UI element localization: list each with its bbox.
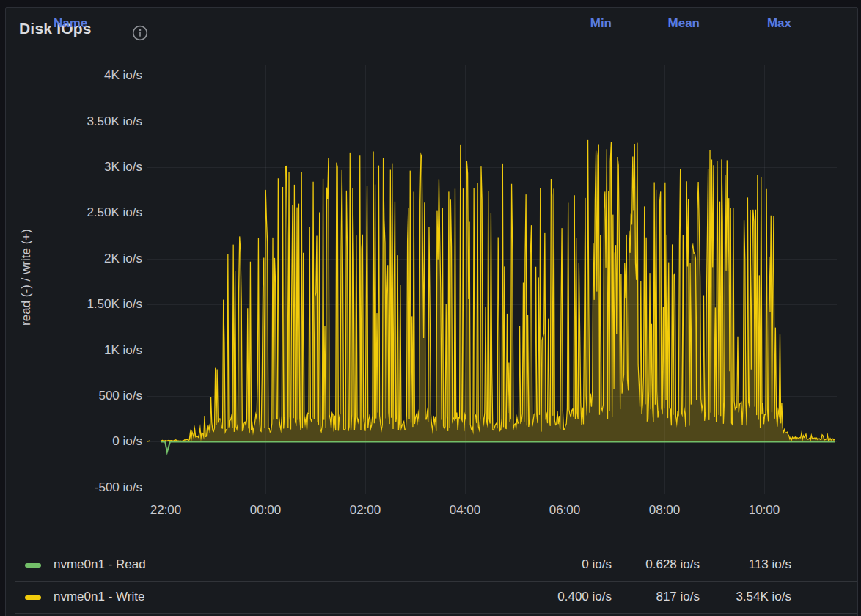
legend-header-row: Name Min Mean Max (15, 8, 857, 40)
legend-row: nvme0n1 - Read0 io/s0.628 io/s113 io/s (15, 549, 857, 582)
legend-stat-min: 0.400 io/s (557, 590, 612, 604)
legend-column-max[interactable]: Max (767, 16, 791, 31)
x-tick-label: 04:00 (436, 502, 494, 518)
y-tick-label: 1K io/s (21, 342, 142, 359)
legend-column-min[interactable]: Min (590, 16, 612, 31)
y-tick-label: 3K io/s (21, 159, 142, 175)
series-color-swatch[interactable] (25, 563, 41, 568)
legend-series-name[interactable]: nvme0n1 - Write (54, 590, 144, 604)
y-tick-label: -500 io/s (21, 480, 142, 496)
y-tick-label: 500 io/s (21, 388, 142, 404)
y-tick-label: 1.50K io/s (21, 296, 142, 312)
legend-stat-mean: 817 io/s (656, 590, 700, 604)
legend-column-name[interactable]: Name (54, 16, 87, 31)
y-tick-label: 2K io/s (21, 251, 142, 267)
x-tick-label: 10:00 (735, 502, 794, 518)
disk-iops-panel: Disk IOps read (-) / write (+) 4K io/s3.… (5, 7, 858, 616)
y-tick-label: 2.50K io/s (21, 205, 142, 221)
series-color-swatch[interactable] (25, 595, 41, 600)
time-series-chart[interactable] (147, 65, 837, 494)
legend-stat-min: 0 io/s (582, 557, 612, 572)
legend-divider (15, 613, 857, 614)
x-tick-label: 02:00 (336, 502, 395, 518)
legend-series-name[interactable]: nvme0n1 - Read (54, 557, 146, 572)
y-tick-label: 4K io/s (21, 67, 142, 84)
y-tick-label: 3.50K io/s (21, 114, 142, 130)
y-axis-title: read (-) / write (+) (19, 197, 35, 358)
x-tick-label: 08:00 (635, 502, 694, 518)
x-tick-label: 06:00 (535, 502, 594, 518)
legend-stat-max: 113 io/s (749, 557, 791, 572)
x-tick-label: 00:00 (236, 502, 295, 518)
legend-column-mean[interactable]: Mean (668, 16, 700, 31)
legend-row: nvme0n1 - Write0.400 io/s817 io/s3.54K i… (15, 581, 857, 614)
legend-stat-mean: 0.628 io/s (645, 557, 700, 572)
y-tick-label: 0 io/s (21, 433, 142, 450)
legend-stat-max: 3.54K io/s (736, 590, 791, 604)
grafana-dashboard-page: Disk IOps read (-) / write (+) 4K io/s3.… (0, 0, 861, 616)
x-tick-label: 22:00 (136, 502, 195, 518)
